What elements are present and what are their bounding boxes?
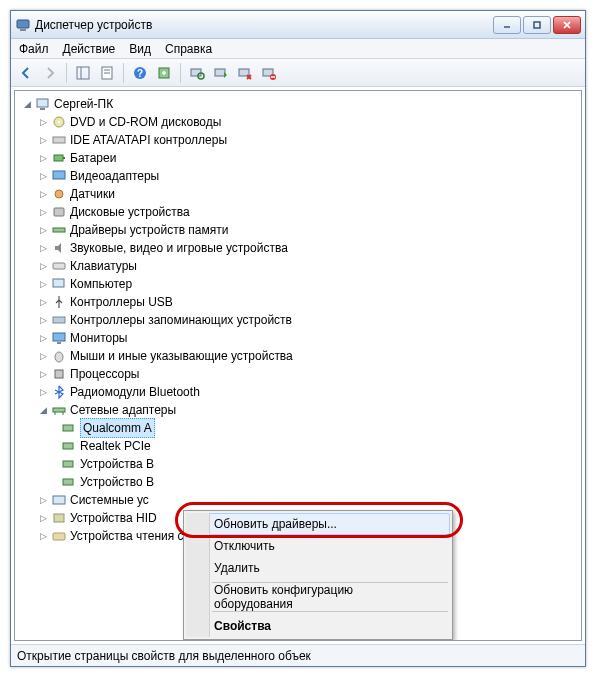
maximize-button[interactable] (523, 16, 551, 34)
expand-icon[interactable]: ▷ (35, 492, 51, 508)
monitor-icon (51, 330, 67, 346)
svg-rect-40 (55, 370, 63, 378)
expand-icon[interactable]: ▷ (35, 222, 51, 238)
svg-rect-36 (53, 317, 65, 323)
statusbar: Открытие страницы свойств для выделенног… (11, 644, 585, 666)
tree-cat-sound[interactable]: ▷Звуковые, видео и игровые устройства (15, 239, 581, 257)
ctx-scan-hardware[interactable]: Обновить конфигурацию оборудования (186, 586, 450, 608)
back-button[interactable] (15, 62, 37, 84)
tree-cat-video[interactable]: ▷Видеоадаптеры (15, 167, 581, 185)
tree-root-label: Сергей-ПК (54, 95, 113, 113)
tree-cat-system[interactable]: ▷Системные ус (15, 491, 581, 509)
svg-rect-47 (63, 479, 73, 485)
expand-icon[interactable]: ▷ (35, 168, 51, 184)
menu-help[interactable]: Справка (165, 42, 212, 56)
ctx-update-driver[interactable]: Обновить драйверы... (186, 513, 450, 535)
tree-cat-disk[interactable]: ▷Дисковые устройства (15, 203, 581, 221)
tree-device-qualcomm[interactable]: Qualcomm A (15, 419, 581, 437)
tree-device-bt2[interactable]: Устройство B (15, 473, 581, 491)
expand-icon[interactable]: ▷ (35, 330, 51, 346)
tree-cat-network[interactable]: ◢Сетевые адаптеры (15, 401, 581, 419)
forward-button[interactable] (39, 62, 61, 84)
update-driver-button[interactable] (210, 62, 232, 84)
svg-point-39 (55, 352, 63, 362)
tree-cat-bluetooth[interactable]: ▷Радиомодули Bluetooth (15, 383, 581, 401)
tree-cat-monitor[interactable]: ▷Мониторы (15, 329, 581, 347)
tree-cat-cpu[interactable]: ▷Процессоры (15, 365, 581, 383)
disable-button[interactable] (258, 62, 280, 84)
tree-cat-computer[interactable]: ▷Компьютер (15, 275, 581, 293)
expand-icon[interactable]: ▷ (35, 240, 51, 256)
svg-rect-45 (63, 443, 73, 449)
tree-cat-usb[interactable]: ▷Контроллеры USB (15, 293, 581, 311)
tree-cat-memdrv[interactable]: ▷Драйверы устройств памяти (15, 221, 581, 239)
tree-device-realtek[interactable]: Realtek PCIe (15, 437, 581, 455)
collapse-icon[interactable]: ◢ (35, 402, 51, 418)
action-button[interactable] (153, 62, 175, 84)
sensor-icon (51, 186, 67, 202)
tree-cat-battery[interactable]: ▷Батареи (15, 149, 581, 167)
menu-action[interactable]: Действие (63, 42, 116, 56)
expand-icon[interactable]: ▷ (35, 366, 51, 382)
ctx-uninstall[interactable]: Удалить (186, 557, 450, 579)
expand-icon[interactable]: ▷ (35, 150, 51, 166)
tree-cat-mouse[interactable]: ▷Мыши и иные указывающие устройства (15, 347, 581, 365)
show-hide-tree-button[interactable] (72, 62, 94, 84)
sound-icon (51, 240, 67, 256)
help-button[interactable]: ? (129, 62, 151, 84)
svg-rect-48 (53, 496, 65, 504)
network-adapter-icon (61, 456, 77, 472)
device-tree[interactable]: ◢ Сергей-ПК ▷DVD и CD-ROM дисководы ▷IDE… (14, 90, 582, 641)
expand-icon[interactable]: ▷ (35, 132, 51, 148)
svg-point-26 (58, 121, 61, 124)
expand-icon[interactable]: ▷ (35, 528, 51, 544)
svg-rect-29 (63, 157, 65, 159)
network-adapter-icon (61, 474, 77, 490)
tree-cat-keyboard[interactable]: ▷Клавиатуры (15, 257, 581, 275)
tree-cat-sensors[interactable]: ▷Датчики (15, 185, 581, 203)
scan-hardware-button[interactable] (186, 62, 208, 84)
svg-rect-28 (54, 155, 63, 161)
minimize-button[interactable] (493, 16, 521, 34)
expand-icon[interactable]: ▷ (35, 294, 51, 310)
svg-rect-37 (53, 333, 65, 341)
hid-icon (51, 510, 67, 526)
tree-cat-ide[interactable]: ▷IDE ATA/ATAPI контроллеры (15, 131, 581, 149)
menu-view[interactable]: Вид (129, 42, 151, 56)
close-button[interactable] (553, 16, 581, 34)
uninstall-button[interactable] (234, 62, 256, 84)
tree-device-bt1[interactable]: Устройства B (15, 455, 581, 473)
expand-icon[interactable]: ▷ (35, 348, 51, 364)
system-icon (51, 492, 67, 508)
menu-file[interactable]: Файл (19, 42, 49, 56)
ctx-properties[interactable]: Свойства (186, 615, 450, 637)
status-text: Открытие страницы свойств для выделенног… (17, 649, 311, 663)
expand-icon[interactable]: ▷ (35, 114, 51, 130)
tree-cat-storage[interactable]: ▷Контроллеры запоминающих устройств (15, 311, 581, 329)
ctx-disable[interactable]: Отключить (186, 535, 450, 557)
svg-text:?: ? (137, 68, 143, 79)
svg-point-31 (55, 190, 63, 198)
svg-rect-27 (53, 137, 65, 143)
svg-rect-49 (54, 514, 64, 522)
computer-icon (51, 276, 67, 292)
tree-cat-dvd[interactable]: ▷DVD и CD-ROM дисководы (15, 113, 581, 131)
svg-rect-0 (17, 20, 29, 28)
collapse-icon[interactable]: ◢ (19, 96, 35, 112)
svg-rect-38 (57, 342, 61, 344)
properties-button[interactable] (96, 62, 118, 84)
titlebar[interactable]: Диспетчер устройств (11, 11, 585, 39)
expand-icon[interactable]: ▷ (35, 204, 51, 220)
tree-root[interactable]: ◢ Сергей-ПК (15, 95, 581, 113)
svg-rect-14 (191, 69, 201, 76)
svg-rect-16 (215, 69, 225, 76)
expand-icon[interactable]: ▷ (35, 384, 51, 400)
expand-icon[interactable]: ▷ (35, 312, 51, 328)
cpu-icon (51, 366, 67, 382)
expand-icon[interactable]: ▷ (35, 186, 51, 202)
disk-icon (51, 204, 67, 220)
expand-icon[interactable]: ▷ (35, 258, 51, 274)
expand-icon[interactable]: ▷ (35, 510, 51, 526)
expand-icon[interactable]: ▷ (35, 276, 51, 292)
network-adapter-icon (61, 438, 77, 454)
